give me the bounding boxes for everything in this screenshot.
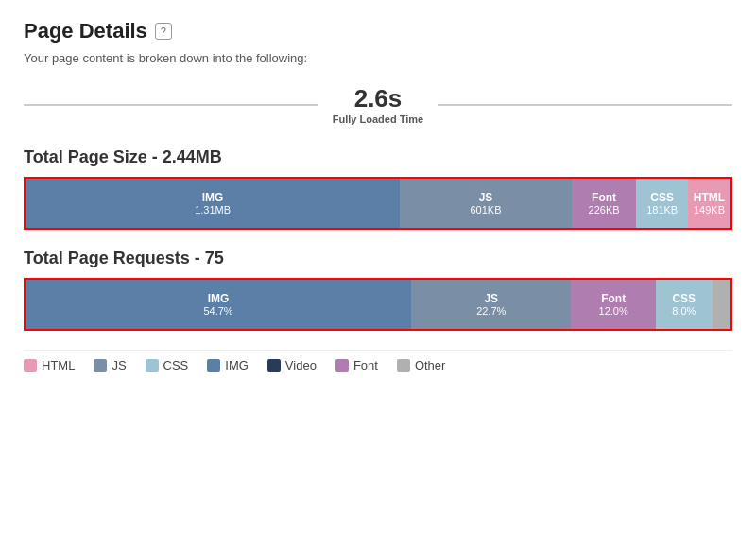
legend-label-font: Font	[353, 358, 378, 372]
legend-label-html: HTML	[42, 358, 75, 372]
seg-value-1-1: 22.7%	[476, 305, 506, 317]
legend-swatch-font	[335, 359, 349, 372]
section-page-requests: Total Page Requests - 75IMG54.7%JS22.7%F…	[24, 249, 732, 331]
bar-container-1[interactable]: IMG54.7%JS22.7%Font12.0%CSS8.0%	[24, 278, 732, 331]
bar-segment-1-4	[713, 280, 730, 329]
bar-segment-1-1: JS22.7%	[411, 280, 571, 329]
seg-value-0-0: 1.31MB	[195, 204, 231, 215]
seg-label-0-1: JS	[479, 191, 493, 204]
legend-label-js: JS	[112, 358, 126, 372]
page-title: Page Details	[24, 19, 147, 43]
seg-label-1-1: JS	[484, 292, 498, 305]
sections-container: Total Page Size - 2.44MBIMG1.31MBJS601KB…	[24, 147, 732, 331]
legend-swatch-css	[146, 359, 159, 372]
legend-item-js: JS	[94, 358, 126, 372]
legend-label-other: Other	[415, 358, 446, 372]
legend-item-img: IMG	[207, 358, 249, 372]
timeline-label: 2.6s Fully Loaded Time	[318, 84, 438, 125]
bar-segment-0-2: Font226KB	[572, 179, 637, 228]
seg-label-1-2: Font	[601, 292, 626, 305]
legend-item-css: CSS	[146, 358, 189, 372]
seg-label-1-0: IMG	[208, 292, 230, 305]
legend: HTMLJSCSSIMGVideoFontOther	[24, 350, 732, 372]
timeline-description: Fully Loaded Time	[333, 113, 423, 125]
help-badge[interactable]: ?	[155, 23, 172, 40]
seg-label-1-3: CSS	[672, 292, 696, 305]
seg-value-1-3: 8.0%	[672, 305, 696, 317]
legend-swatch-js	[94, 359, 107, 372]
seg-value-1-2: 12.0%	[599, 305, 628, 317]
section-page-size: Total Page Size - 2.44MBIMG1.31MBJS601KB…	[24, 147, 732, 230]
legend-swatch-img	[207, 359, 220, 372]
timeline-container: 2.6s Fully Loaded Time	[24, 84, 732, 125]
seg-label-0-0: IMG	[202, 191, 224, 204]
bar-segment-1-3: CSS8.0%	[656, 280, 713, 329]
seg-value-0-3: 181KB	[646, 204, 678, 215]
seg-value-0-2: 226KB	[589, 204, 620, 215]
legend-swatch-other	[397, 359, 410, 372]
subtitle: Your page content is broken down into th…	[24, 51, 732, 65]
seg-value-1-0: 54.7%	[203, 305, 232, 317]
page-title-row: Page Details ?	[24, 19, 732, 43]
legend-label-video: Video	[285, 358, 317, 372]
seg-label-0-3: CSS	[650, 191, 674, 204]
bar-segment-0-3: CSS181KB	[636, 179, 688, 228]
legend-swatch-video	[267, 359, 281, 372]
seg-value-0-4: 149KB	[694, 204, 725, 215]
seg-label-0-4: HTML	[694, 191, 725, 204]
section-title-1: Total Page Requests - 75	[24, 249, 732, 268]
legend-item-font: Font	[335, 358, 378, 372]
seg-label-0-2: Font	[592, 191, 616, 204]
bar-segment-0-4: HTML149KB	[688, 179, 730, 228]
legend-swatch-html	[24, 359, 37, 372]
legend-item-video: Video	[267, 358, 317, 372]
bar-segment-1-2: Font12.0%	[571, 280, 656, 329]
bar-container-0[interactable]: IMG1.31MBJS601KBFont226KBCSS181KBHTML149…	[24, 177, 732, 230]
legend-label-css: CSS	[163, 358, 189, 372]
bar-segment-0-0: IMG1.31MB	[26, 179, 400, 228]
bar-segment-1-0: IMG54.7%	[26, 280, 411, 329]
legend-item-html: HTML	[24, 358, 75, 372]
legend-label-img: IMG	[225, 358, 249, 372]
bar-segment-0-1: JS601KB	[400, 179, 572, 228]
legend-item-other: Other	[397, 358, 446, 372]
timeline-value: 2.6s	[333, 84, 423, 113]
seg-value-0-1: 601KB	[470, 204, 501, 215]
section-title-0: Total Page Size - 2.44MB	[24, 147, 732, 167]
